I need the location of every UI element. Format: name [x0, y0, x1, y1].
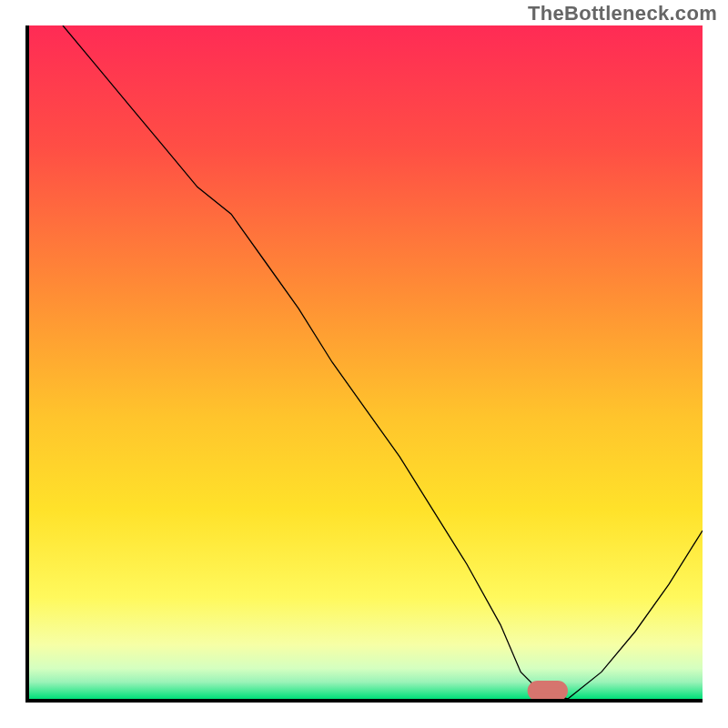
- watermark-text: TheBottleneck.com: [528, 2, 717, 25]
- plot-area: [25, 25, 703, 703]
- chart-frame: TheBottleneck.com: [0, 0, 728, 728]
- optimal-marker: [531, 684, 564, 698]
- plot-svg: [29, 25, 703, 699]
- gradient-background: [29, 25, 703, 699]
